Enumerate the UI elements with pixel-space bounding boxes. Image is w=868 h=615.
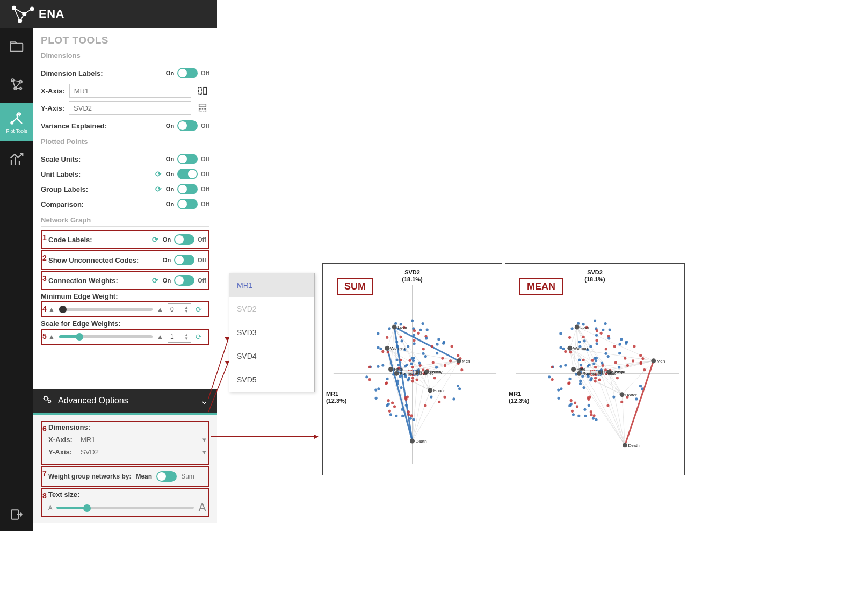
weight-by-mean: Mean xyxy=(135,473,152,480)
svg-point-149 xyxy=(381,364,384,366)
caret-down-icon[interactable]: ▾ xyxy=(202,436,206,444)
refresh-icon[interactable]: ⟳ xyxy=(196,332,202,341)
min-edge-dec[interactable]: ▲ xyxy=(48,306,55,313)
section-plotted-points: Plotted Points xyxy=(41,138,209,148)
svg-point-366 xyxy=(582,359,585,361)
y-axis-input[interactable] xyxy=(69,101,191,115)
svg-point-138 xyxy=(449,359,452,362)
refresh-icon[interactable]: ⟳ xyxy=(196,305,202,314)
unit-labels-toggle[interactable] xyxy=(177,169,198,179)
comparison-toggle[interactable] xyxy=(177,199,198,209)
svg-point-282 xyxy=(590,413,592,416)
on-text: On xyxy=(166,201,174,207)
svg-point-355 xyxy=(580,364,582,366)
min-edge-stepper[interactable]: ▲▼ xyxy=(184,306,189,313)
min-edge-inc[interactable]: ▲ xyxy=(157,306,163,313)
svg-point-333 xyxy=(594,319,596,322)
svg-point-316 xyxy=(606,404,609,407)
svg-point-206 xyxy=(410,439,415,444)
svg-point-348 xyxy=(590,377,593,380)
svg-point-332 xyxy=(568,381,570,384)
section-network-graph: Network Graph xyxy=(41,216,209,227)
dd-item-mr1[interactable]: MR1 xyxy=(229,273,314,297)
scale-units-toggle[interactable] xyxy=(177,154,198,164)
svg-point-258 xyxy=(602,329,604,331)
svg-point-341 xyxy=(588,364,591,366)
annot-num: 1 xyxy=(41,233,48,242)
svg-point-166 xyxy=(368,366,371,368)
svg-point-262 xyxy=(616,377,619,379)
advanced-options-header[interactable]: Advanced Options ⌄ xyxy=(33,389,217,413)
weight-by-toggle[interactable] xyxy=(156,471,177,482)
flip-vertical-icon[interactable] xyxy=(196,101,209,115)
unit-labels-label: Unit Labels: xyxy=(41,170,155,178)
refresh-icon[interactable]: ⟳ xyxy=(155,185,162,193)
y-axis-label: Y-Axis: xyxy=(41,104,64,112)
svg-point-79 xyxy=(419,329,422,331)
group-labels-toggle[interactable] xyxy=(177,184,198,194)
svg-point-289 xyxy=(592,414,595,417)
svg-point-74 xyxy=(422,348,425,350)
svg-point-152 xyxy=(387,351,389,353)
svg-point-334 xyxy=(618,352,621,354)
flip-horizontal-icon[interactable] xyxy=(196,84,209,98)
refresh-icon[interactable]: ⟳ xyxy=(152,276,158,285)
on-text: On xyxy=(166,186,174,192)
svg-point-124 xyxy=(460,368,463,371)
min-edge-slider[interactable] xyxy=(59,308,153,311)
refresh-icon[interactable]: ⟳ xyxy=(152,235,158,244)
svg-point-302 xyxy=(598,378,601,381)
svg-text:Love: Love xyxy=(397,325,407,330)
scale-edge-value-box: 1 ▲▼ xyxy=(168,331,191,343)
nav-logout[interactable] xyxy=(0,498,33,531)
dd-item-svd4[interactable]: SVD4 xyxy=(229,344,314,368)
variance-toggle[interactable] xyxy=(177,120,198,131)
svg-point-286 xyxy=(557,388,560,391)
svg-point-77 xyxy=(422,322,424,325)
svg-line-241 xyxy=(601,372,625,445)
svg-point-271 xyxy=(579,382,582,385)
svg-point-178 xyxy=(377,387,380,390)
svg-point-196 xyxy=(388,367,393,372)
svg-line-219 xyxy=(577,327,625,445)
row-group-labels: Group Labels: ⟳ On Off xyxy=(41,182,209,197)
svg-point-365 xyxy=(614,361,617,364)
adv-y-axis[interactable]: Y-Axis: SVD2 ▾ xyxy=(48,446,206,458)
svg-point-263 xyxy=(568,378,571,380)
nav-model[interactable] xyxy=(0,66,33,103)
scale-edge-dec[interactable]: ▲ xyxy=(48,333,55,341)
caret-down-icon[interactable]: ▾ xyxy=(202,448,206,456)
show-unconnected-toggle[interactable] xyxy=(174,255,194,265)
svg-point-353 xyxy=(626,364,629,367)
dd-item-svd3[interactable]: SVD3 xyxy=(229,321,314,344)
conn-weights-toggle[interactable] xyxy=(174,275,194,286)
scale-edge-stepper[interactable]: ▲▼ xyxy=(184,333,189,341)
svg-point-92 xyxy=(396,382,399,385)
svg-point-84 xyxy=(386,378,388,380)
text-size-slider[interactable] xyxy=(56,507,194,509)
dimension-labels-toggle[interactable] xyxy=(177,68,198,78)
nav-stats[interactable] xyxy=(0,141,33,178)
scale-edge-inc[interactable]: ▲ xyxy=(157,333,163,341)
scale-edge-slider[interactable] xyxy=(59,335,153,338)
dd-item-svd5[interactable]: SVD5 xyxy=(229,368,314,392)
advanced-options-label: Advanced Options xyxy=(58,396,128,406)
svg-point-170 xyxy=(409,417,412,419)
nav-plot-tools[interactable]: Plot Tools xyxy=(0,103,33,141)
off-text: Off xyxy=(201,186,209,192)
nav-projects[interactable] xyxy=(0,28,33,66)
chevron-down-icon[interactable]: ⌄ xyxy=(200,395,208,407)
svg-point-328 xyxy=(564,364,567,366)
nav-plot-tools-label: Plot Tools xyxy=(6,128,27,134)
variance-label: Variance Explained: xyxy=(41,122,166,130)
conn-weights-label: Connection Weights: xyxy=(48,277,152,285)
text-size-small-a: A xyxy=(48,504,52,511)
dd-item-svd2[interactable]: SVD2 xyxy=(229,297,314,321)
code-labels-toggle[interactable] xyxy=(174,234,194,245)
refresh-icon[interactable]: ⟳ xyxy=(155,170,162,178)
adv-x-axis[interactable]: X-Axis: MR1 ▾ xyxy=(48,433,206,446)
x-axis-input[interactable] xyxy=(69,84,191,98)
svg-point-122 xyxy=(412,418,415,421)
svg-point-132 xyxy=(413,329,416,332)
svg-point-99 xyxy=(458,387,461,390)
